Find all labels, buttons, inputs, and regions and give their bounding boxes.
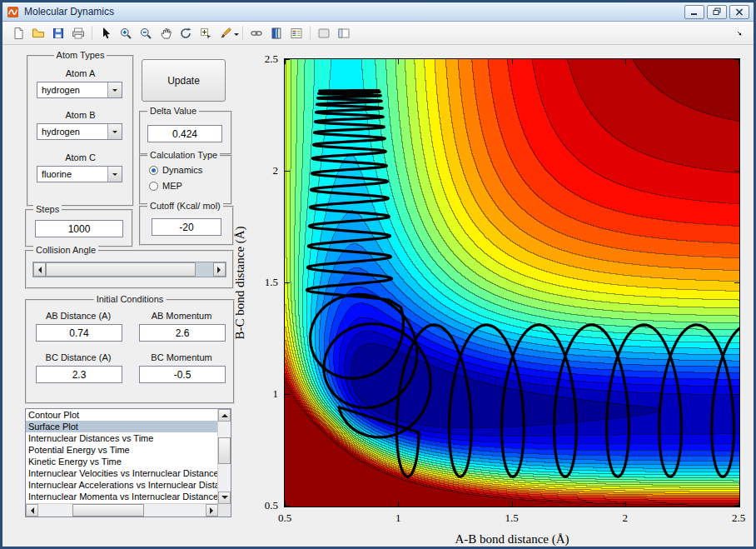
list-item[interactable]: Internuclear Distances vs Time xyxy=(26,432,218,444)
dock-figure-button[interactable] xyxy=(731,25,748,42)
y-tick-label: 2 xyxy=(273,164,279,177)
potential-energy-surface-canvas[interactable] xyxy=(285,59,739,507)
rotate-icon xyxy=(179,27,192,40)
atom-b-dropdown-button[interactable] xyxy=(107,124,122,139)
save-figure-button[interactable] xyxy=(48,23,68,42)
atom-c-dropdown[interactable]: fluorine xyxy=(37,166,122,182)
list-item[interactable]: Potential Energy vs Time xyxy=(26,444,218,456)
left-arrow-icon xyxy=(27,507,34,514)
minimize-button[interactable] xyxy=(684,5,704,19)
x-tick-label: 2.5 xyxy=(732,512,745,525)
horizontal-scroll-thumb[interactable] xyxy=(72,504,144,517)
list-item[interactable]: Internuclear Velocities vs Internuclear … xyxy=(26,467,218,479)
scroll-up-button[interactable] xyxy=(218,409,231,422)
window-title: Molecular Dynamics xyxy=(24,6,682,17)
zoom-in-icon xyxy=(119,27,132,40)
close-button[interactable] xyxy=(729,5,749,19)
edit-plot-button[interactable] xyxy=(96,23,116,42)
matlab-figure-icon xyxy=(7,6,19,18)
open-folder-icon xyxy=(32,27,45,40)
data-cursor-icon xyxy=(199,27,212,40)
y-tick-label: 1.5 xyxy=(265,276,278,289)
zoom-in-button[interactable] xyxy=(116,23,136,42)
show-plot-tools-button[interactable] xyxy=(334,23,354,42)
list-item[interactable]: Internuclear Accelerations vs Internucle… xyxy=(26,479,218,491)
left-arrow-icon xyxy=(35,267,42,273)
list-item-selected[interactable]: Surface Plot xyxy=(26,421,218,432)
restore-button[interactable] xyxy=(707,5,727,19)
insert-legend-button[interactable] xyxy=(286,23,306,42)
horizontal-scrollbar[interactable] xyxy=(26,503,218,517)
list-item[interactable]: Kinetic Energy vs Time xyxy=(26,456,218,467)
pan-hand-icon xyxy=(159,27,172,40)
list-item[interactable]: Contour Plot xyxy=(26,409,218,421)
slider-left-arrow[interactable] xyxy=(33,262,46,277)
collision-angle-slider[interactable] xyxy=(32,262,226,277)
close-icon xyxy=(735,8,744,16)
new-figure-button[interactable] xyxy=(8,23,28,42)
contour-plot-axes: A-B bond distance (Å) B-C bond distance … xyxy=(284,58,740,507)
dynamics-radio-label: Dynamics xyxy=(162,165,202,175)
minimize-icon xyxy=(690,8,699,16)
show-plot-tools-icon xyxy=(337,27,351,40)
atom-a-label: Atom A xyxy=(28,68,132,78)
hide-plot-tools-button[interactable] xyxy=(314,23,334,42)
atom-c-dropdown-button[interactable] xyxy=(107,167,122,182)
slider-right-arrow[interactable] xyxy=(213,262,226,277)
rotate-3d-button[interactable] xyxy=(176,23,196,42)
atom-b-value: hydrogen xyxy=(37,124,107,139)
bc-momentum-input[interactable] xyxy=(139,366,226,383)
initial-conditions-title: Initial Conditions xyxy=(94,294,167,304)
mep-radio[interactable]: MEP xyxy=(149,181,182,191)
atom-a-dropdown[interactable]: hydrogen xyxy=(37,82,122,98)
right-arrow-icon xyxy=(210,507,216,514)
link-plot-button[interactable] xyxy=(246,23,266,42)
plot-type-listbox: Contour Plot Surface Plot Internuclear D… xyxy=(25,408,231,517)
delta-value-input[interactable] xyxy=(147,125,222,142)
up-arrow-icon xyxy=(221,411,228,417)
atom-a-dropdown-button[interactable] xyxy=(107,82,122,97)
dynamics-radio[interactable]: Dynamics xyxy=(149,165,202,175)
print-figure-button[interactable] xyxy=(68,23,88,42)
ab-distance-input[interactable] xyxy=(36,324,122,342)
open-file-button[interactable] xyxy=(28,23,48,42)
cutoff-panel: Cutoff (Kcal/ mol) xyxy=(139,206,234,246)
vertical-scrollbar[interactable] xyxy=(217,409,231,504)
list-item[interactable]: Internuclear Momenta vs Internuclear Dis… xyxy=(26,491,218,502)
steps-title: Steps xyxy=(33,204,62,214)
scroll-down-button[interactable] xyxy=(218,492,231,504)
window-controls xyxy=(682,5,749,19)
steps-input[interactable] xyxy=(35,220,123,237)
y-tick-label: 0.5 xyxy=(265,499,278,512)
printer-icon xyxy=(72,27,85,40)
ab-momentum-label: AB Momentum xyxy=(132,311,231,321)
slider-thumb[interactable] xyxy=(46,262,196,277)
vertical-scroll-thumb[interactable] xyxy=(218,437,231,464)
insert-colorbar-button[interactable] xyxy=(266,23,286,42)
update-button[interactable]: Update xyxy=(142,59,226,102)
zoom-out-button[interactable] xyxy=(136,23,156,42)
scroll-left-button[interactable] xyxy=(26,504,38,517)
title-bar[interactable]: Molecular Dynamics xyxy=(2,2,754,22)
x-tick-label: 1.5 xyxy=(505,512,518,525)
y-tick-label: 2.5 xyxy=(265,52,278,66)
bc-distance-input[interactable] xyxy=(36,366,122,383)
data-cursor-button[interactable] xyxy=(196,23,216,42)
atom-b-dropdown[interactable]: hydrogen xyxy=(37,123,122,140)
chevron-down-icon xyxy=(112,173,117,178)
brush-button[interactable] xyxy=(216,23,236,42)
collision-angle-title: Collision Angle xyxy=(33,245,98,255)
ab-momentum-input[interactable] xyxy=(139,324,226,342)
calculation-type-title: Calculation Type xyxy=(147,150,220,160)
cutoff-input[interactable] xyxy=(152,218,221,236)
right-arrow-icon xyxy=(217,267,224,273)
ab-distance-label: AB Distance (A) xyxy=(28,311,128,321)
scroll-right-button[interactable] xyxy=(206,504,218,517)
atom-b-label: Atom B xyxy=(28,110,132,120)
toolbar-separator xyxy=(92,26,92,40)
figure-toolbar xyxy=(2,22,754,45)
atom-c-value: fluorine xyxy=(37,167,107,182)
pan-button[interactable] xyxy=(156,23,176,42)
chevron-down-icon xyxy=(112,131,117,136)
x-tick-label: 1 xyxy=(395,512,401,525)
